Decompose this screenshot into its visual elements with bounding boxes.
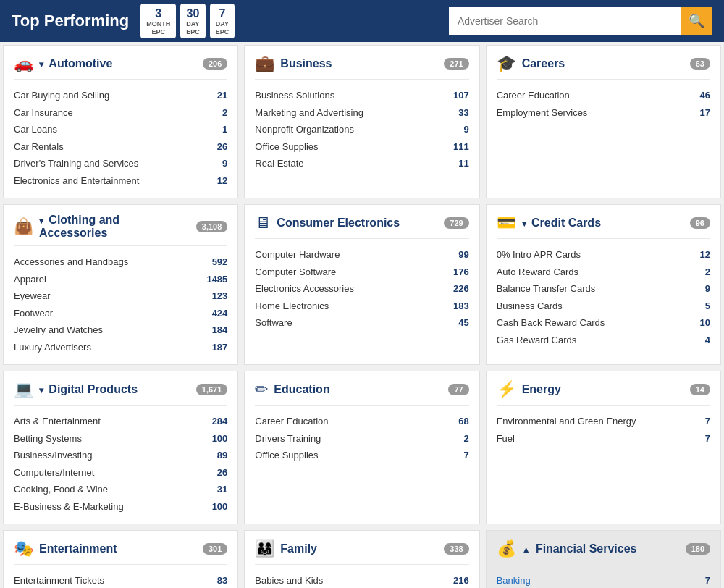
list-item[interactable]: Career Education68 — [255, 413, 468, 430]
list-item[interactable]: Cooking, Food & Wine31 — [14, 481, 227, 498]
careers-icon: 🎓 — [497, 54, 516, 73]
category-title-financial-services[interactable]: ▲ Financial Services — [522, 542, 680, 555]
category-title-automotive[interactable]: ▾ Automotive — [39, 57, 197, 70]
category-title-clothing[interactable]: ▾ Clothing and Accessories — [39, 214, 190, 240]
search-button[interactable]: 🔍 — [681, 7, 712, 35]
list-item[interactable]: Environmental and Green Energy7 — [497, 413, 710, 430]
list-item[interactable]: Footwear424 — [14, 305, 227, 322]
category-header-consumer-electronics: 🖥Consumer Electronics729 — [255, 214, 468, 239]
subcategory-count: 2 — [447, 432, 469, 446]
list-item[interactable]: Betting Systems100 — [14, 430, 227, 448]
subcategory-name: Cash Back Reward Cards — [497, 316, 605, 330]
category-title-credit-cards[interactable]: ▾ Credit Cards — [522, 217, 684, 230]
subcategory-count: 46 — [689, 88, 710, 103]
list-item[interactable]: Electronics Accessories226 — [255, 280, 468, 298]
subcategory-name: Computers/Internet — [14, 466, 94, 480]
category-header-education: ✏Education77 — [255, 380, 468, 406]
credit-cards-icon: 💳 — [497, 214, 516, 232]
subcategory-name: E-Business & E-Marketing — [14, 500, 124, 514]
list-item[interactable]: Babies and Kids216 — [255, 572, 468, 588]
list-item[interactable]: Business Cards5 — [497, 298, 710, 315]
category-title-education[interactable]: Education — [274, 383, 442, 396]
subcategory-name: Computer Software — [255, 265, 336, 280]
category-header-financial-services: 💰▲ Financial Services180 — [497, 539, 710, 565]
category-header-automotive: 🚗▾ Automotive206 — [14, 54, 227, 80]
list-item[interactable]: Computer Hardware99 — [255, 246, 468, 264]
subcategory-count: 2 — [206, 106, 227, 120]
subcategory-name: Software — [255, 316, 292, 330]
subcategory-name: Betting Systems — [14, 432, 82, 446]
expand-arrow-financial-services[interactable]: ▲ — [522, 545, 533, 555]
list-item[interactable]: Nonprofit Organizations9 — [255, 121, 468, 138]
list-item[interactable]: Home Electronics183 — [255, 298, 468, 315]
30-day-epc-button[interactable]: 30 DAYEPC — [180, 4, 206, 39]
3-month-epc-button[interactable]: 3 MONTHEPC — [140, 4, 176, 39]
list-item[interactable]: Car Rentals26 — [14, 138, 227, 156]
subcategory-count: 9 — [689, 282, 710, 296]
category-header-credit-cards: 💳▾ Credit Cards96 — [497, 214, 710, 239]
main-content: 🚗▾ Automotive206Car Buying and Selling21… — [0, 42, 724, 588]
search-input[interactable] — [449, 7, 681, 35]
subcategory-count: 11 — [447, 156, 469, 171]
list-item[interactable]: Computer Software176 — [255, 264, 468, 281]
list-item[interactable]: Entertainment Tickets83 — [14, 572, 227, 588]
list-item[interactable]: Balance Transfer Cards9 — [497, 280, 710, 298]
category-title-entertainment[interactable]: Entertainment — [39, 542, 197, 555]
7-day-epc-button[interactable]: 7 DAYEPC — [210, 4, 235, 39]
category-title-careers[interactable]: Careers — [522, 57, 684, 70]
subcategory-count: 12 — [206, 174, 227, 188]
subcategory-count: 83 — [206, 574, 227, 588]
category-block-digital-products: 💻▾ Digital Products1,671Arts & Entertain… — [3, 371, 238, 524]
subcategory-count: 68 — [447, 414, 469, 429]
expand-arrow-clothing[interactable]: ▾ — [39, 216, 46, 226]
list-item[interactable]: Office Supplies7 — [255, 447, 468, 464]
list-item[interactable]: Eyewear123 — [14, 287, 227, 305]
subcategory-name: Jewelry and Watches — [14, 323, 103, 337]
category-block-business: 💼Business271Business Solutions107Marketi… — [244, 45, 479, 198]
list-item[interactable]: Marketing and Advertising33 — [255, 104, 468, 122]
list-item[interactable]: Employment Services17 — [497, 104, 710, 122]
list-item[interactable]: Career Education46 — [497, 87, 710, 104]
list-item[interactable]: Office Supplies111 — [255, 138, 468, 156]
education-icon: ✏ — [255, 380, 268, 399]
list-item[interactable]: Cash Back Reward Cards10 — [497, 314, 710, 332]
category-block-clothing: 👜▾ Clothing and Accessories3,108Accessor… — [3, 204, 238, 365]
list-item[interactable]: Business Solutions107 — [255, 87, 468, 104]
subcategory-name: Business/Investing — [14, 448, 92, 463]
subcategory-count: 187 — [206, 340, 227, 355]
category-header-family: 👨‍👩‍👧Family338 — [255, 539, 468, 565]
category-title-digital-products[interactable]: ▾ Digital Products — [39, 383, 190, 396]
list-item[interactable]: Drivers Training2 — [255, 430, 468, 448]
list-item[interactable]: 0% Intro APR Cards12 — [497, 246, 710, 264]
list-item[interactable]: Car Loans1 — [14, 121, 227, 138]
list-item[interactable]: Apparel1485 — [14, 271, 227, 288]
category-title-family[interactable]: Family — [280, 542, 438, 555]
category-count-financial-services: 180 — [686, 543, 710, 555]
list-item[interactable]: Gas Reward Cards4 — [497, 332, 710, 349]
category-title-consumer-electronics[interactable]: Consumer Electronics — [277, 217, 438, 230]
category-header-entertainment: 🎭Entertainment301 — [14, 539, 227, 565]
list-item[interactable]: Luxury Advertisers187 — [14, 339, 227, 356]
list-item[interactable]: Banking7 — [497, 572, 710, 588]
list-item[interactable]: Car Buying and Selling21 — [14, 87, 227, 104]
category-title-business[interactable]: Business — [280, 57, 438, 70]
expand-arrow-credit-cards[interactable]: ▾ — [522, 219, 529, 229]
category-title-energy[interactable]: Energy — [522, 383, 684, 396]
list-item[interactable]: Auto Reward Cards2 — [497, 264, 710, 281]
list-item[interactable]: Software45 — [255, 314, 468, 332]
list-item[interactable]: Accessories and Handbags592 — [14, 253, 227, 271]
list-item[interactable]: Arts & Entertainment284 — [14, 413, 227, 430]
list-item[interactable]: Business/Investing89 — [14, 447, 227, 464]
list-item[interactable]: E-Business & E-Marketing100 — [14, 498, 227, 516]
list-item[interactable]: Electronics and Entertainment12 — [14, 172, 227, 190]
list-item[interactable]: Real Estate11 — [255, 155, 468, 172]
expand-arrow-automotive[interactable]: ▾ — [39, 59, 46, 70]
list-item[interactable]: Driver's Training and Services9 — [14, 155, 227, 172]
list-item[interactable]: Computers/Internet26 — [14, 464, 227, 482]
clothing-icon: 👜 — [14, 217, 33, 236]
list-item[interactable]: Jewelry and Watches184 — [14, 322, 227, 339]
expand-arrow-digital-products[interactable]: ▾ — [39, 385, 46, 395]
list-item[interactable]: Car Insurance2 — [14, 104, 227, 122]
subcategory-name: 0% Intro APR Cards — [497, 248, 581, 262]
list-item[interactable]: Fuel7 — [497, 430, 710, 448]
